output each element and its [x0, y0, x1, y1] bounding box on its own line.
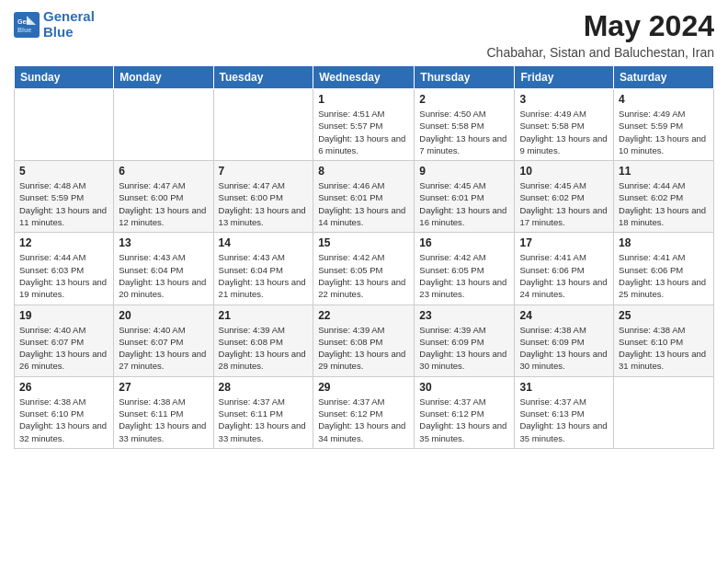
- day-cell: 8Sunrise: 4:46 AM Sunset: 6:01 PM Daylig…: [313, 161, 415, 233]
- day-number: 23: [419, 309, 509, 322]
- title-block: May 2024 Chabahar, Sistan and Baluchesta…: [486, 9, 714, 60]
- day-cell: 31Sunrise: 4:37 AM Sunset: 6:13 PM Dayli…: [515, 376, 614, 448]
- day-info: Sunrise: 4:37 AM Sunset: 6:12 PM Dayligh…: [419, 396, 509, 444]
- svg-text:Gen: Gen: [17, 18, 30, 25]
- calendar-page: Gen Blue General Blue May 2024 Chabahar,…: [0, 0, 728, 463]
- day-info: Sunrise: 4:46 AM Sunset: 6:01 PM Dayligh…: [318, 179, 409, 228]
- day-number: 4: [619, 93, 709, 106]
- day-cell: 23Sunrise: 4:39 AM Sunset: 6:09 PM Dayli…: [415, 304, 515, 376]
- day-info: Sunrise: 4:40 AM Sunset: 6:07 PM Dayligh…: [119, 324, 208, 373]
- day-cell: 9Sunrise: 4:45 AM Sunset: 6:01 PM Daylig…: [415, 161, 515, 233]
- day-cell: 17Sunrise: 4:41 AM Sunset: 6:06 PM Dayli…: [515, 233, 614, 304]
- day-info: Sunrise: 4:37 AM Sunset: 6:12 PM Dayligh…: [318, 396, 409, 444]
- day-info: Sunrise: 4:38 AM Sunset: 6:10 PM Dayligh…: [19, 396, 108, 444]
- day-number: 25: [619, 309, 709, 322]
- day-info: Sunrise: 4:41 AM Sunset: 6:06 PM Dayligh…: [619, 251, 709, 300]
- day-number: 2: [419, 93, 509, 106]
- week-row-2: 5Sunrise: 4:48 AM Sunset: 5:59 PM Daylig…: [15, 161, 714, 233]
- day-cell: 4Sunrise: 4:49 AM Sunset: 5:59 PM Daylig…: [614, 89, 714, 161]
- weekday-friday: Friday: [515, 66, 614, 89]
- day-number: 30: [419, 381, 509, 394]
- day-info: Sunrise: 4:51 AM Sunset: 5:57 PM Dayligh…: [318, 108, 409, 156]
- weekday-sunday: Sunday: [15, 66, 114, 89]
- header: Gen Blue General Blue May 2024 Chabahar,…: [14, 9, 714, 60]
- day-number: 12: [19, 236, 108, 249]
- day-cell: 12Sunrise: 4:44 AM Sunset: 6:03 PM Dayli…: [15, 233, 114, 304]
- day-cell: 19Sunrise: 4:40 AM Sunset: 6:07 PM Dayli…: [15, 304, 114, 376]
- logo-icon: Gen Blue: [14, 12, 40, 38]
- day-number: 11: [619, 165, 709, 178]
- day-number: 13: [119, 236, 208, 249]
- day-cell: 5Sunrise: 4:48 AM Sunset: 5:59 PM Daylig…: [15, 161, 114, 233]
- title-location: Chabahar, Sistan and Baluchestan, Iran: [486, 45, 714, 60]
- weekday-header-row: SundayMondayTuesdayWednesdayThursdayFrid…: [15, 66, 714, 89]
- day-cell: 1Sunrise: 4:51 AM Sunset: 5:57 PM Daylig…: [313, 89, 415, 161]
- day-cell: 14Sunrise: 4:43 AM Sunset: 6:04 PM Dayli…: [213, 233, 313, 304]
- day-info: Sunrise: 4:43 AM Sunset: 6:04 PM Dayligh…: [219, 251, 309, 300]
- day-number: 31: [519, 381, 609, 394]
- day-number: 18: [619, 236, 709, 249]
- week-row-3: 12Sunrise: 4:44 AM Sunset: 6:03 PM Dayli…: [15, 233, 714, 304]
- day-cell: 29Sunrise: 4:37 AM Sunset: 6:12 PM Dayli…: [313, 376, 415, 448]
- day-info: Sunrise: 4:44 AM Sunset: 6:03 PM Dayligh…: [19, 251, 108, 300]
- weekday-saturday: Saturday: [614, 66, 714, 89]
- calendar-table: SundayMondayTuesdayWednesdayThursdayFrid…: [14, 65, 714, 449]
- day-info: Sunrise: 4:43 AM Sunset: 6:04 PM Dayligh…: [119, 251, 208, 300]
- day-info: Sunrise: 4:37 AM Sunset: 6:13 PM Dayligh…: [519, 396, 609, 444]
- week-row-4: 19Sunrise: 4:40 AM Sunset: 6:07 PM Dayli…: [15, 304, 714, 376]
- week-row-1: 1Sunrise: 4:51 AM Sunset: 5:57 PM Daylig…: [15, 89, 714, 161]
- day-number: 20: [119, 309, 208, 322]
- weekday-tuesday: Tuesday: [213, 66, 313, 89]
- day-cell: 20Sunrise: 4:40 AM Sunset: 6:07 PM Dayli…: [114, 304, 213, 376]
- day-cell: 18Sunrise: 4:41 AM Sunset: 6:06 PM Dayli…: [614, 233, 714, 304]
- day-cell: [213, 89, 313, 161]
- day-info: Sunrise: 4:38 AM Sunset: 6:10 PM Dayligh…: [619, 324, 709, 373]
- day-number: 21: [219, 309, 309, 322]
- weekday-monday: Monday: [114, 66, 213, 89]
- day-cell: 26Sunrise: 4:38 AM Sunset: 6:10 PM Dayli…: [15, 376, 114, 448]
- day-number: 3: [519, 93, 609, 106]
- day-number: 8: [318, 165, 409, 178]
- day-number: 16: [419, 236, 509, 249]
- weekday-thursday: Thursday: [415, 66, 515, 89]
- day-cell: 24Sunrise: 4:38 AM Sunset: 6:09 PM Dayli…: [515, 304, 614, 376]
- day-cell: 15Sunrise: 4:42 AM Sunset: 6:05 PM Dayli…: [313, 233, 415, 304]
- day-cell: 27Sunrise: 4:38 AM Sunset: 6:11 PM Dayli…: [114, 376, 213, 448]
- week-row-5: 26Sunrise: 4:38 AM Sunset: 6:10 PM Dayli…: [15, 376, 714, 448]
- day-info: Sunrise: 4:39 AM Sunset: 6:08 PM Dayligh…: [219, 324, 309, 373]
- day-cell: 25Sunrise: 4:38 AM Sunset: 6:10 PM Dayli…: [614, 304, 714, 376]
- day-cell: 10Sunrise: 4:45 AM Sunset: 6:02 PM Dayli…: [515, 161, 614, 233]
- day-number: 14: [219, 236, 309, 249]
- day-info: Sunrise: 4:39 AM Sunset: 6:09 PM Dayligh…: [419, 324, 509, 373]
- day-info: Sunrise: 4:41 AM Sunset: 6:06 PM Dayligh…: [519, 251, 609, 300]
- day-number: 10: [519, 165, 609, 178]
- logo-text: General Blue: [43, 9, 95, 40]
- day-info: Sunrise: 4:37 AM Sunset: 6:11 PM Dayligh…: [219, 396, 309, 444]
- day-number: 29: [318, 381, 409, 394]
- day-info: Sunrise: 4:47 AM Sunset: 6:00 PM Dayligh…: [119, 179, 208, 228]
- day-cell: [114, 89, 213, 161]
- day-cell: 13Sunrise: 4:43 AM Sunset: 6:04 PM Dayli…: [114, 233, 213, 304]
- day-number: 6: [119, 165, 208, 178]
- day-number: 28: [219, 381, 309, 394]
- day-cell: [614, 376, 714, 448]
- day-number: 7: [219, 165, 309, 178]
- day-number: 19: [19, 309, 108, 322]
- day-number: 24: [519, 309, 609, 322]
- day-cell: 11Sunrise: 4:44 AM Sunset: 6:02 PM Dayli…: [614, 161, 714, 233]
- day-info: Sunrise: 4:42 AM Sunset: 6:05 PM Dayligh…: [419, 251, 509, 300]
- day-info: Sunrise: 4:48 AM Sunset: 5:59 PM Dayligh…: [19, 179, 108, 228]
- day-info: Sunrise: 4:39 AM Sunset: 6:08 PM Dayligh…: [318, 324, 409, 373]
- day-number: 1: [318, 93, 409, 106]
- day-number: 15: [318, 236, 409, 249]
- day-number: 26: [19, 381, 108, 394]
- day-number: 5: [19, 165, 108, 178]
- day-cell: [15, 89, 114, 161]
- title-month: May 2024: [486, 9, 714, 43]
- day-cell: 3Sunrise: 4:49 AM Sunset: 5:58 PM Daylig…: [515, 89, 614, 161]
- day-cell: 2Sunrise: 4:50 AM Sunset: 5:58 PM Daylig…: [415, 89, 515, 161]
- day-info: Sunrise: 4:45 AM Sunset: 6:02 PM Dayligh…: [519, 179, 609, 228]
- day-number: 9: [419, 165, 509, 178]
- day-info: Sunrise: 4:45 AM Sunset: 6:01 PM Dayligh…: [419, 179, 509, 228]
- day-info: Sunrise: 4:47 AM Sunset: 6:00 PM Dayligh…: [219, 179, 309, 228]
